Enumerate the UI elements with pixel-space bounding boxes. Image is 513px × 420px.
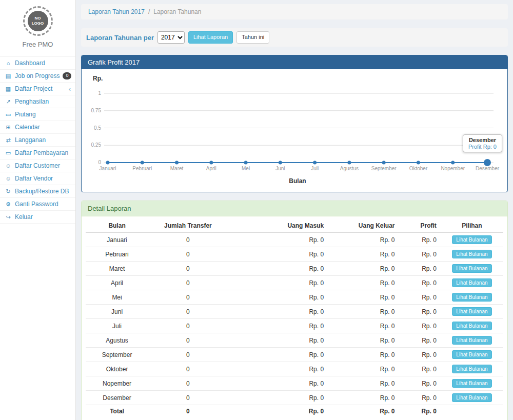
sidebar-item-job-on-progress[interactable]: ▤Job on Progress0 bbox=[0, 70, 75, 83]
cell-keluar: Rp. 0 bbox=[328, 376, 399, 391]
tooltip-month: Desember bbox=[468, 137, 497, 143]
detail-table: Bulan Jumlah Transfer Uang Masuk Uang Ke… bbox=[86, 219, 503, 417]
total-transfer: 0 bbox=[148, 405, 228, 418]
sidebar-item-daftar-project[interactable]: ▦Daftar Project‹ bbox=[0, 83, 75, 95]
sidebar: NO LOGO Free PMO ⌂Dashboard▤Job on Progr… bbox=[0, 0, 76, 420]
svg-text:0.75: 0.75 bbox=[91, 108, 102, 113]
lihat-bulanan-button[interactable]: Lihat Bulanan bbox=[452, 235, 491, 244]
cell-bulan: September bbox=[86, 348, 148, 362]
col-bulan: Bulan bbox=[86, 219, 148, 232]
cell-profit: Rp. 0 bbox=[399, 333, 440, 348]
sidebar-item-daftar-vendor[interactable]: ☺Daftar Vendor bbox=[0, 172, 75, 185]
credit-card-icon: ▭ bbox=[5, 111, 12, 118]
detail-table-body: Januari0Rp. 0Rp. 0Rp. 0Lihat BulananPebr… bbox=[86, 232, 503, 405]
lihat-bulanan-button[interactable]: Lihat Bulanan bbox=[452, 264, 491, 273]
logo-text-line1: NO bbox=[35, 16, 41, 21]
svg-text:Desember: Desember bbox=[476, 166, 500, 171]
total-masuk: Rp. 0 bbox=[228, 405, 328, 418]
lihat-bulanan-button[interactable]: Lihat Bulanan bbox=[452, 336, 491, 345]
lihat-bulanan-button[interactable]: Lihat Bulanan bbox=[452, 307, 491, 316]
logo-stamp-icon: NO LOGO bbox=[23, 6, 53, 36]
tooltip-profit: Profit Rp: 0 bbox=[468, 144, 497, 150]
cell-masuk: Rp. 0 bbox=[228, 333, 328, 348]
table-row: Januari0Rp. 0Rp. 0Rp. 0Lihat Bulanan bbox=[86, 232, 503, 247]
cell-profit: Rp. 0 bbox=[399, 276, 440, 290]
svg-text:0: 0 bbox=[98, 159, 101, 165]
sidebar-item-daftar-customer[interactable]: ☺Daftar Customer bbox=[0, 159, 75, 172]
sidebar-item-ganti-password[interactable]: ⚙Ganti Password bbox=[0, 198, 75, 211]
svg-text:1: 1 bbox=[98, 90, 101, 96]
sidebar-item-dashboard[interactable]: ⌂Dashboard bbox=[0, 57, 75, 70]
cell-profit: Rp. 0 bbox=[399, 319, 440, 333]
cell-masuk: Rp. 0 bbox=[228, 276, 328, 290]
cell-keluar: Rp. 0 bbox=[328, 305, 399, 319]
table-total-row: Total 0 Rp. 0 Rp. 0 Rp. 0 bbox=[86, 405, 503, 418]
total-keluar: Rp. 0 bbox=[328, 405, 399, 418]
breadcrumb-link-year-report[interactable]: Laporan Tahun 2017 bbox=[88, 8, 145, 15]
lihat-bulanan-button[interactable]: Lihat Bulanan bbox=[452, 393, 491, 402]
svg-text:Maret: Maret bbox=[170, 166, 184, 171]
sidebar-item-label: Daftar Vendor bbox=[15, 175, 53, 182]
sidebar-menu: ⌂Dashboard▤Job on Progress0▦Daftar Proje… bbox=[0, 56, 75, 224]
cell-keluar: Rp. 0 bbox=[328, 348, 399, 362]
sidebar-item-keluar[interactable]: ↪Keluar bbox=[0, 211, 75, 224]
cell-profit: Rp. 0 bbox=[399, 247, 440, 262]
sidebar-item-piutang[interactable]: ▭Piutang bbox=[0, 108, 75, 121]
cell-profit: Rp. 0 bbox=[399, 305, 440, 319]
lihat-bulanan-button[interactable]: Lihat Bulanan bbox=[452, 350, 491, 359]
cell-masuk: Rp. 0 bbox=[228, 247, 328, 262]
lihat-bulanan-button[interactable]: Lihat Bulanan bbox=[452, 250, 491, 258]
cell-masuk: Rp. 0 bbox=[228, 232, 328, 247]
lihat-bulanan-button[interactable]: Lihat Bulanan bbox=[452, 293, 491, 302]
table-row: Maret0Rp. 0Rp. 0Rp. 0Lihat Bulanan bbox=[86, 262, 503, 276]
cell-profit: Rp. 0 bbox=[399, 348, 440, 362]
cell-profit: Rp. 0 bbox=[399, 362, 440, 376]
table-row: Oktober0Rp. 0Rp. 0Rp. 0Lihat Bulanan bbox=[86, 362, 503, 376]
cell-transfer: 0 bbox=[148, 262, 228, 276]
lihat-bulanan-button[interactable]: Lihat Bulanan bbox=[452, 365, 491, 373]
year-select[interactable]: 2017 bbox=[157, 31, 185, 44]
cell-keluar: Rp. 0 bbox=[328, 362, 399, 376]
cell-bulan: Juni bbox=[86, 305, 148, 319]
total-label: Total bbox=[86, 405, 148, 418]
cell-bulan: Pebruari bbox=[86, 247, 148, 262]
sidebar-item-penghasilan[interactable]: ↗Penghasilan bbox=[0, 95, 75, 108]
cell-profit: Rp. 0 bbox=[399, 290, 440, 305]
cell-bulan: Mei bbox=[86, 290, 148, 305]
lihat-laporan-button[interactable]: Lihat Laporan bbox=[188, 31, 233, 43]
sidebar-item-daftar-pembayaran[interactable]: ▭Daftar Pembayaran bbox=[0, 147, 75, 159]
breadcrumb: Laporan Tahun 2017 / Laporan Tahunan bbox=[81, 4, 508, 19]
filter-label: Laporan Tahunan per bbox=[86, 34, 154, 42]
lihat-bulanan-button[interactable]: Lihat Bulanan bbox=[452, 278, 491, 287]
svg-text:Oktober: Oktober bbox=[409, 166, 428, 171]
chart-panel-title: Grafik Profit 2017 bbox=[82, 55, 507, 69]
main-content: Laporan Tahun 2017 / Laporan Tahunan Lap… bbox=[76, 0, 513, 420]
table-row: Nopember0Rp. 0Rp. 0Rp. 0Lihat Bulanan bbox=[86, 376, 503, 391]
cell-masuk: Rp. 0 bbox=[228, 319, 328, 333]
sidebar-item-backup-restore-db[interactable]: ↻Backup/Restore DB bbox=[0, 185, 75, 198]
table-row: Juli0Rp. 0Rp. 0Rp. 0Lihat Bulanan bbox=[86, 319, 503, 333]
tahun-ini-button[interactable]: Tahun ini bbox=[236, 31, 269, 43]
users-icon: ☺ bbox=[5, 163, 12, 169]
logo-text-line2: LOGO bbox=[32, 21, 44, 26]
refresh-icon: ↻ bbox=[5, 188, 12, 195]
cell-profit: Rp. 0 bbox=[399, 376, 440, 391]
cell-transfer: 0 bbox=[148, 348, 228, 362]
svg-text:0.25: 0.25 bbox=[91, 142, 102, 148]
svg-text:Agustus: Agustus bbox=[340, 166, 359, 171]
table-row: Pebruari0Rp. 0Rp. 0Rp. 0Lihat Bulanan bbox=[86, 247, 503, 262]
detail-panel-title: Detail Laporan bbox=[82, 201, 507, 216]
lihat-bulanan-button[interactable]: Lihat Bulanan bbox=[452, 322, 491, 330]
payment-icon: ▭ bbox=[5, 150, 12, 156]
breadcrumb-current: Laporan Tahunan bbox=[153, 8, 201, 15]
sidebar-item-calendar[interactable]: ⊞Calendar bbox=[0, 121, 75, 134]
cell-keluar: Rp. 0 bbox=[328, 333, 399, 348]
detail-report-panel: Detail Laporan Bulan Jumlah Transfer Uan… bbox=[81, 201, 508, 420]
sidebar-item-langganan[interactable]: ⇄Langganan bbox=[0, 134, 75, 147]
sign-out-icon: ↪ bbox=[5, 214, 12, 221]
profit-chart: 00.250.50.751Rp.JanuariPebruariMaretApri… bbox=[82, 69, 507, 192]
cell-masuk: Rp. 0 bbox=[228, 348, 328, 362]
cell-masuk: Rp. 0 bbox=[228, 376, 328, 391]
lihat-bulanan-button[interactable]: Lihat Bulanan bbox=[452, 379, 491, 388]
table-row: Agustus0Rp. 0Rp. 0Rp. 0Lihat Bulanan bbox=[86, 333, 503, 348]
